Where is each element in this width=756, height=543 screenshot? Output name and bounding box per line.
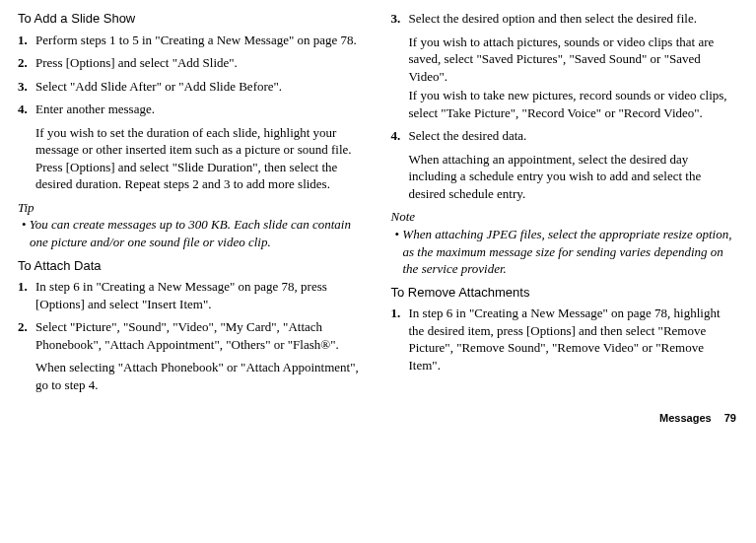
list-item: 1.In step 6 in "Creating a New Message" … — [18, 278, 366, 312]
right-column: 3.Select the desired option and then sel… — [391, 10, 739, 399]
steps-attach-data: 1.In step 6 in "Creating a New Message" … — [18, 278, 366, 353]
list-item: 2.Press [Options] and select "Add Slide"… — [18, 54, 366, 72]
step-text: Enter another message. — [35, 101, 366, 118]
list-item: 4.Select the desired data. — [391, 127, 739, 145]
step-text: Select the desired data. — [409, 127, 739, 145]
heading-remove-attachments: To Remove Attachments — [391, 284, 739, 302]
list-item: 2.Select "Picture", "Sound", "Video", "M… — [18, 318, 366, 353]
tip-body: You can create messages up to 300 KB. Ea… — [30, 216, 366, 250]
step-number: 3. — [18, 78, 35, 96]
step-note: If you wish to set the duration of each … — [35, 124, 366, 193]
note-label: Note — [391, 208, 739, 226]
footer-page-number: 79 — [724, 412, 736, 424]
step-text: In step 6 in "Creating a New Message" on… — [409, 305, 739, 373]
step-number: 1. — [18, 32, 35, 49]
step-number: 1. — [391, 305, 409, 373]
steps-remove-attachments: 1.In step 6 in "Creating a New Message" … — [391, 305, 739, 373]
steps-attach-data-cont: 3.Select the desired option and then sel… — [391, 10, 739, 28]
step-text: Press [Options] and select "Add Slide". — [35, 54, 366, 72]
list-item: 1.Perform steps 1 to 5 in "Creating a Ne… — [18, 32, 366, 49]
step-text: Perform steps 1 to 5 in "Creating a New … — [35, 32, 366, 49]
step-number: 2. — [18, 318, 35, 353]
heading-add-slide-show: To Add a Slide Show — [18, 10, 366, 28]
step-note: When attaching an appointment, select th… — [409, 151, 739, 203]
step-number: 2. — [18, 54, 35, 72]
note-body: When attaching JPEG files, select the ap… — [403, 226, 739, 278]
two-column-layout: To Add a Slide Show 1.Perform steps 1 to… — [18, 10, 738, 399]
step-number: 4. — [391, 127, 409, 145]
step-text: Select "Picture", "Sound", "Video", "My … — [35, 318, 366, 353]
step-note: If you wish to attach pictures, sounds o… — [409, 34, 739, 86]
list-item: 1.In step 6 in "Creating a New Message" … — [391, 305, 739, 373]
tip-label: Tip — [18, 199, 366, 217]
step-number: 3. — [391, 10, 409, 28]
left-column: To Add a Slide Show 1.Perform steps 1 to… — [18, 10, 366, 399]
list-item: 4.Enter another message. — [18, 101, 366, 118]
list-item: 3.Select "Add Slide After" or "Add Slide… — [18, 78, 366, 96]
step-text: In step 6 in "Creating a New Message" on… — [35, 278, 366, 312]
step-note: If you wish to take new pictures, record… — [409, 87, 739, 121]
steps-add-slide-show: 1.Perform steps 1 to 5 in "Creating a Ne… — [18, 32, 366, 118]
footer-section-label: Messages — [659, 412, 712, 424]
step-note: When selecting "Attach Phonebook" or "At… — [35, 359, 366, 393]
step-number: 1. — [18, 278, 35, 312]
step-number: 4. — [18, 101, 35, 118]
page-footer: Messages 79 — [18, 411, 738, 426]
list-item: 3.Select the desired option and then sel… — [391, 10, 739, 28]
heading-attach-data: To Attach Data — [18, 257, 366, 275]
steps-attach-data-cont2: 4.Select the desired data. — [391, 127, 739, 145]
step-text: Select "Add Slide After" or "Add Slide B… — [35, 78, 366, 96]
step-text: Select the desired option and then selec… — [409, 10, 739, 28]
page: To Add a Slide Show 1.Perform steps 1 to… — [0, 0, 756, 426]
